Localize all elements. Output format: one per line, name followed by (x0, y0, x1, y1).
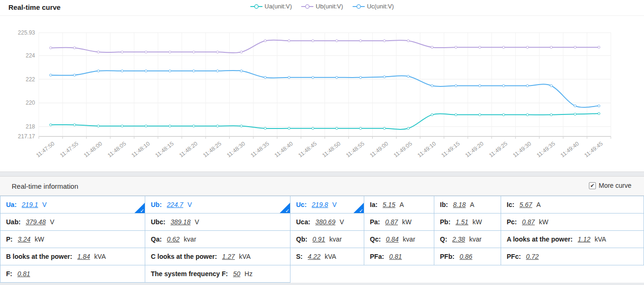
series-point-ub (216, 51, 219, 53)
info-cell-ic: Ic:5.67A (501, 196, 644, 214)
info-cell-ub[interactable]: Ub:224.7V✓ (145, 196, 290, 214)
cell-label: Ib: (440, 201, 448, 208)
legend-item-uc[interactable]: Uc(unit:V) (353, 3, 394, 10)
series-point-ub (264, 40, 266, 42)
cell-value: 3.24 (18, 235, 30, 243)
series-point-ua (312, 127, 314, 129)
check-icon: ✓ (285, 208, 290, 214)
cell-label: Uab: (6, 218, 21, 226)
cell-value: 1.84 (78, 253, 90, 260)
cell-value: 50 (233, 270, 241, 278)
cell-unit: kvar (329, 235, 341, 243)
cell-label: Qb: (296, 235, 307, 243)
info-cell-pc: Pc:0.87kW (501, 214, 644, 231)
chart-legend: Ua(unit:V) Ub(unit:V) Uc(unit:V) (250, 3, 394, 10)
series-point-ua (336, 127, 338, 129)
series-point-ua (407, 127, 410, 129)
svg-text:218: 218 (26, 123, 35, 130)
series-point-uc (312, 76, 314, 78)
info-row: F:0.81The system frequency F:50Hz (0, 265, 644, 283)
info-cell-pb: Pb:1.51kW (434, 214, 501, 231)
series-point-ua (550, 114, 552, 116)
cell-value: 5.15 (382, 201, 395, 208)
more-curve-toggle[interactable]: ✔ More curve (589, 182, 631, 189)
cell-unit: V (50, 218, 54, 226)
series-point-ua (73, 124, 76, 126)
series-point-uc (97, 70, 99, 72)
series-point-uc (526, 85, 529, 87)
series-point-ua (526, 114, 529, 116)
cell-value: 5.67 (519, 201, 532, 208)
cell-value: 1.27 (222, 253, 235, 260)
cell-value: 0.86 (460, 253, 472, 260)
cell-label: S: (296, 253, 303, 260)
cell-unit: V (333, 201, 337, 208)
cell-unit: V (42, 201, 47, 208)
check-icon: ✓ (140, 208, 144, 214)
cell-label: Pb: (440, 218, 451, 226)
series-point-ua (216, 125, 219, 127)
svg-text:11:49:35: 11:49:35 (536, 140, 557, 158)
series-point-uc (169, 70, 171, 72)
page-title: Real-time curve (8, 3, 61, 11)
svg-text:11:49:00: 11:49:00 (368, 140, 389, 158)
info-cell-the-system-frequency-f: The system frequency F:50Hz (145, 265, 290, 283)
svg-text:11:47:50: 11:47:50 (35, 140, 56, 158)
series-point-ua (50, 124, 52, 126)
cell-label: Ia: (370, 201, 377, 208)
more-curve-checkbox[interactable]: ✔ (589, 182, 596, 189)
series-point-ua (479, 114, 481, 116)
svg-text:11:48:00: 11:48:00 (83, 140, 104, 158)
series-point-ub (73, 47, 76, 49)
info-cell-qc: Qc:0.84kvar (364, 231, 434, 248)
svg-text:224: 224 (26, 52, 35, 59)
legend-mark-icon (301, 4, 313, 9)
series-point-uc (264, 76, 266, 78)
cell-value: 0.87 (385, 218, 398, 226)
info-cell-ua[interactable]: Ua:219.1V✓ (0, 196, 145, 214)
svg-text:11:49:20: 11:49:20 (464, 140, 485, 158)
cell-unit: Hz (245, 270, 253, 278)
series-point-uc (479, 85, 481, 87)
series-point-ua (288, 127, 290, 129)
series-point-uc (336, 76, 338, 78)
cell-unit: kW (35, 235, 44, 243)
info-cell-uc[interactable]: Uc:219.8V✓ (290, 196, 364, 214)
series-point-ub (145, 51, 147, 53)
cell-label: C looks at the power: (151, 253, 217, 260)
cell-unit: kVA (594, 235, 606, 243)
series-point-ua (264, 127, 266, 129)
cell-value: 0.84 (386, 235, 398, 243)
svg-text:225.93: 225.93 (18, 29, 35, 36)
series-point-ub (97, 51, 99, 53)
svg-text:220: 220 (26, 100, 35, 106)
info-cell-pfb: PFb:0.86 (434, 248, 501, 265)
realtime-curve-panel: Real-time curve Ua(unit:V) Ub(unit:V) Uc… (0, 0, 644, 172)
series-point-ub (312, 40, 314, 42)
info-cell-b-looks-at-the-power: B looks at the power:1.84kVA (0, 248, 145, 265)
cell-label: Q: (440, 235, 447, 243)
info-cell-qa: Qa:0.62kvar (145, 231, 290, 248)
info-row: Ua:219.1V✓Ub:224.7V✓Uc:219.8V✓Ia:5.15AIb… (0, 196, 644, 214)
cell-label: PFc: (507, 253, 521, 260)
series-point-ua (455, 114, 457, 116)
legend-item-ub[interactable]: Ub(unit:V) (301, 3, 343, 10)
svg-text:11:48:25: 11:48:25 (202, 140, 223, 158)
series-point-ua (574, 113, 576, 115)
realtime-information-panel: Real-time information ✔ More curve Ua:21… (0, 176, 644, 283)
cell-value: 224.7 (167, 201, 183, 208)
cell-label: Uc: (296, 201, 307, 208)
svg-text:11:48:30: 11:48:30 (226, 140, 247, 158)
cell-unit: kW (473, 218, 482, 226)
cell-unit: kvar (184, 235, 196, 243)
legend-item-ua[interactable]: Ua(unit:V) (250, 3, 292, 10)
series-point-ub (574, 46, 576, 49)
series-point-ua (97, 125, 99, 127)
series-point-ua (360, 127, 362, 129)
cell-value: 0.91 (312, 235, 325, 243)
info-cell-c-looks-at-the-power: C looks at the power:1.27kVA (145, 248, 290, 265)
series-point-ub (502, 46, 505, 49)
cell-unit: V (187, 201, 191, 208)
svg-text:11:48:35: 11:48:35 (249, 140, 270, 158)
cell-unit: kW (539, 218, 548, 226)
